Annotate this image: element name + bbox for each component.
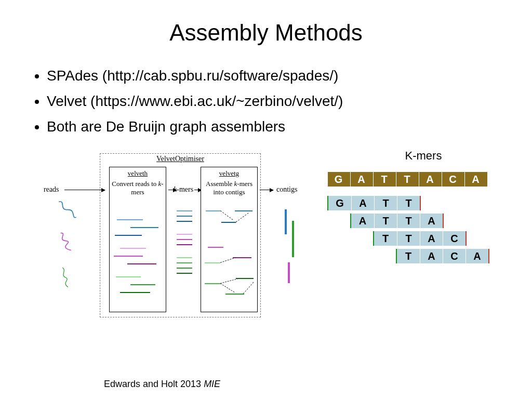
read-squiggle-icon [52,231,83,252]
citation: Edwards and Holt 2013 MIE [104,379,220,390]
contig-bar [288,262,290,283]
slide-title: Assembly Methods [0,0,532,66]
optimiser-label: VelvetOptimiser [100,155,260,163]
kmer-cell: A [420,214,443,228]
kmer-cell: A [351,214,374,228]
bullet-list: SPAdes (http://cab.spbu.ru/software/spad… [0,66,532,136]
kmer-cell: A [420,249,443,263]
kmer-cell: C [443,231,466,246]
kmer-cell: T [374,231,397,246]
base-cell: A [464,172,487,187]
velvetg-text: Assemble k-mers into contigs [201,180,257,197]
base-cell: A [419,172,442,187]
kmer-cell: A [466,249,488,263]
read-squiggle-icon [52,268,83,288]
velveth-box: velveth Convert reads to k-mers [109,167,166,312]
contigs-label: contigs [276,185,297,194]
figures-row: VelvetOptimiser reads velveth Convert re… [0,143,532,325]
read-squiggle-icon [52,200,83,221]
reads-label: reads [44,185,59,194]
kmer-cell: T [374,214,397,228]
kmer-row: G A T T [327,196,421,210]
contig-bar [285,209,287,234]
kmer-row: A T T A [350,214,444,228]
assembly-graph-icon [203,210,257,309]
citation-work: MIE [204,379,220,389]
bullet-item: SPAdes (http://cab.spbu.ru/software/spad… [47,66,511,85]
citation-authors: Edwards and Holt 2013 [104,379,204,389]
kmer-cell: T [397,214,420,228]
kmers-label: k-mers [174,185,193,194]
velveth-title: velveth [110,169,166,178]
kmer-cell: T [397,231,420,246]
kmer-cell: C [443,249,466,263]
base-cell: A [350,172,373,187]
sequence-header: G A T T A C A [327,172,487,188]
contig-bar [292,221,294,257]
base-cell: T [396,172,419,187]
bullet-item: Both are De Bruijn graph assemblers [47,117,511,136]
velveth-text: Convert reads to k-mers [110,180,166,197]
arrow-icon [64,190,105,190]
base-cell: C [442,172,464,187]
kmer-cell: A [351,196,374,210]
kmers-figure: K-mers G A T T A C A [322,149,514,271]
kmer-cell: T [397,196,420,210]
base-cell: T [373,172,396,187]
bullet-item: Velvet (https://www.ebi.ac.uk/~zerbino/v… [47,92,511,110]
kmer-cell: T [374,196,397,210]
base-cell: G [327,172,350,187]
kmer-cell: A [420,231,443,246]
kmer-cell: G [328,196,351,210]
velvet-pipeline-diagram: VelvetOptimiser reads velveth Convert re… [21,153,312,325]
kmers-title: K-mers [322,149,514,163]
kmer-row: T A C A [396,249,489,263]
kmer-row: T T A C [373,231,467,246]
velvetg-title: velvetg [201,169,257,178]
kmer-cell: T [397,249,420,263]
arrow-icon [260,190,273,190]
